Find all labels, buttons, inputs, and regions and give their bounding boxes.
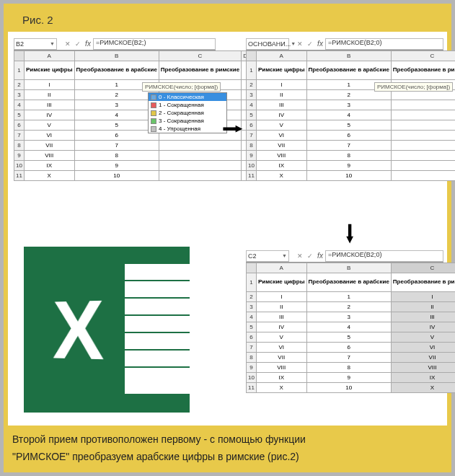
cell[interactable]: IX (256, 373, 306, 383)
cell[interactable] (159, 151, 241, 161)
cell[interactable]: 10 (74, 171, 159, 181)
row-header[interactable]: 5 (14, 110, 25, 120)
cell[interactable]: 6 (306, 131, 391, 141)
cell[interactable]: 9 (306, 161, 391, 171)
enter-icon[interactable]: ✓ (305, 252, 315, 260)
cell[interactable]: IX (24, 161, 74, 171)
row-header[interactable]: 3 (247, 90, 257, 100)
cell[interactable]: VI (256, 131, 306, 141)
row-header[interactable]: 8 (247, 141, 257, 151)
row-header[interactable]: 11 (247, 171, 257, 181)
col-header-c[interactable]: C (391, 51, 455, 61)
cell[interactable] (159, 161, 241, 171)
dropdown-option[interactable]: 0 - Классическая (149, 93, 226, 101)
cell[interactable]: IX (256, 161, 306, 171)
row-header[interactable]: 1 (247, 61, 257, 80)
name-box[interactable]: C2▼ (246, 250, 289, 262)
fx-icon[interactable]: fx (83, 40, 93, 48)
cell[interactable] (159, 141, 241, 151)
cell[interactable]: III (256, 100, 306, 110)
formula-input[interactable]: =РИМСКОЕ(B2;) (93, 38, 216, 50)
row-header[interactable]: 4 (14, 100, 25, 110)
cell[interactable]: I (24, 80, 74, 90)
cell[interactable]: I (391, 292, 455, 302)
row-header[interactable]: 3 (14, 90, 25, 100)
row-header[interactable]: 1 (247, 273, 257, 292)
cell[interactable]: 1 (306, 292, 391, 302)
fx-icon[interactable]: fx (315, 40, 325, 48)
cell[interactable] (391, 131, 455, 141)
row-header[interactable]: 4 (247, 100, 257, 110)
cell[interactable]: VII (256, 353, 306, 363)
name-box[interactable]: B2▼ (14, 38, 57, 50)
cell[interactable]: IV (256, 322, 306, 332)
enter-icon[interactable]: ✓ (305, 40, 315, 48)
cell[interactable]: VIII (256, 363, 306, 373)
cell[interactable]: IV (256, 110, 306, 120)
row-header[interactable]: 7 (247, 131, 257, 141)
row-header[interactable]: 11 (14, 171, 25, 181)
dropdown-option[interactable]: 2 - Сокращенная (149, 109, 226, 117)
cell[interactable] (159, 171, 241, 181)
cell[interactable]: 6 (306, 343, 391, 353)
cancel-icon[interactable]: ✕ (295, 252, 305, 260)
cell[interactable]: VIII (24, 151, 74, 161)
cell[interactable]: 5 (74, 120, 159, 131)
cell[interactable]: VII (391, 353, 455, 363)
row-header[interactable]: 1 (14, 61, 25, 80)
name-box[interactable]: ОСНОВАНИ...▼ (246, 38, 289, 50)
cell[interactable]: II (391, 302, 455, 312)
cell[interactable]: 10 (306, 171, 391, 181)
col-header-a[interactable]: A (24, 51, 74, 61)
fx-icon[interactable]: fx (315, 252, 325, 260)
cell[interactable]: 5 (306, 332, 391, 343)
col-header-b[interactable]: B (306, 51, 391, 61)
cell[interactable]: X (256, 383, 306, 393)
row-header[interactable]: 7 (247, 343, 257, 353)
col-header-a[interactable]: A (256, 51, 306, 61)
cell[interactable]: V (256, 120, 306, 131)
cell[interactable]: IX (391, 373, 455, 383)
row-header[interactable]: 10 (247, 161, 257, 171)
row-header[interactable]: 10 (247, 373, 257, 383)
col-header-b[interactable]: B (74, 51, 159, 61)
cell[interactable]: 10 (306, 383, 391, 393)
cell[interactable] (391, 161, 455, 171)
cell[interactable]: 8 (306, 363, 391, 373)
cell[interactable]: V (24, 120, 74, 131)
row-header[interactable]: 4 (247, 312, 257, 322)
dropdown-option[interactable]: 3 - Сокращенная (149, 117, 226, 125)
cell[interactable]: 8 (74, 151, 159, 161)
cell[interactable] (391, 120, 455, 131)
cell[interactable]: VII (256, 141, 306, 151)
form-dropdown[interactable]: 0 - Классическая1 - Сокращенная2 - Сокра… (148, 92, 227, 133)
grid[interactable]: A B C D 1 Римские цифры Преобразование в… (246, 50, 455, 181)
cell[interactable]: VI (256, 343, 306, 353)
row-header[interactable]: 7 (14, 131, 25, 141)
cell[interactable]: 8 (306, 151, 391, 161)
cell[interactable]: I (256, 292, 306, 302)
cell[interactable]: 5 (306, 120, 391, 131)
cell[interactable]: V (256, 332, 306, 343)
cell[interactable]: VII (24, 141, 74, 151)
cell[interactable]: 3 (306, 312, 391, 322)
col-header-c[interactable]: C (391, 263, 455, 273)
cell[interactable] (391, 151, 455, 161)
row-header[interactable]: 5 (247, 322, 257, 332)
cancel-icon[interactable]: ✕ (295, 40, 305, 48)
select-all[interactable] (14, 51, 25, 61)
enter-icon[interactable]: ✓ (73, 40, 83, 48)
cell[interactable]: IV (24, 110, 74, 120)
cell[interactable]: VIII (391, 363, 455, 373)
cell[interactable]: 2 (306, 302, 391, 312)
col-header-a[interactable]: A (256, 263, 306, 273)
cell[interactable]: 4 (74, 110, 159, 120)
cell[interactable]: 3 (306, 100, 391, 110)
row-header[interactable]: 8 (14, 141, 25, 151)
cell[interactable]: V (391, 332, 455, 343)
row-header[interactable]: 5 (247, 110, 257, 120)
row-header[interactable]: 10 (14, 161, 25, 171)
row-header[interactable]: 11 (247, 383, 257, 393)
cell[interactable]: VI (391, 343, 455, 353)
cell[interactable]: II (256, 90, 306, 100)
